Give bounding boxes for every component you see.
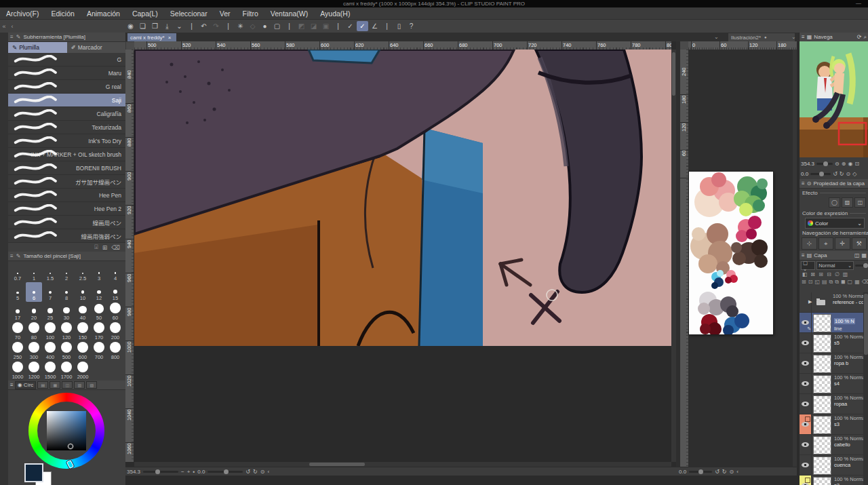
reference-layer-icon[interactable]: ∅ (834, 271, 840, 277)
brush-size-cell[interactable]: 2.5 (75, 263, 91, 282)
menu-item[interactable]: Capa(L) (126, 9, 164, 18)
new-canvas-icon[interactable]: ❏ (137, 21, 149, 31)
brush-size-cell[interactable]: 15 (107, 282, 123, 302)
tab-list-chevron-icon[interactable]: ⌄ (791, 34, 796, 40)
tab-color-set-icon[interactable]: ▦ (50, 381, 60, 389)
minimize-button[interactable]: — (856, 0, 861, 6)
brush-list-item[interactable]: 線画用強弱ペン (8, 229, 125, 243)
panel-menu-icon[interactable]: ≡ (10, 253, 14, 259)
brush-list-item[interactable]: BORENII BRUSH (8, 161, 125, 175)
brush-size-cell[interactable]: 300 (26, 341, 42, 361)
reset-rotation-icon[interactable]: ⊙ (846, 171, 851, 177)
brush-size-cell[interactable]: 17 (9, 302, 26, 322)
collapse-bar-icon[interactable]: ‹ (267, 469, 269, 475)
tab-color-history-icon[interactable]: ▨ (86, 381, 97, 389)
panel-menu-icon[interactable]: ≡ (10, 382, 14, 388)
zoom-out-icon[interactable]: − (181, 469, 184, 475)
new-folder-icon[interactable]: ◱ (814, 279, 820, 286)
brush-size-cell[interactable]: 170 (91, 322, 107, 341)
opacity-slider[interactable] (855, 265, 867, 267)
ruler-layer-icon[interactable]: ▥ (842, 271, 848, 277)
menu-item[interactable]: Seleccionar (164, 9, 214, 18)
layer-thumbnail[interactable]: ▶ (813, 334, 831, 353)
undo-icon[interactable]: ↶ (198, 21, 210, 31)
lock-layer-icon[interactable]: ⊠ (810, 271, 816, 277)
rotation-slider[interactable] (689, 471, 712, 473)
brush-list-item[interactable]: G real (8, 80, 125, 94)
separator[interactable]: | (381, 21, 393, 31)
main-canvas-artwork[interactable] (134, 50, 671, 346)
brush-size-cell[interactable]: 2 (58, 263, 75, 282)
select-area-icon[interactable]: ◩ (296, 21, 307, 31)
layer-visibility-toggle[interactable]: ✎ (800, 313, 812, 332)
actual-size-icon[interactable]: ◉ (848, 161, 852, 167)
reset-rotation-icon[interactable]: ⊙ (730, 469, 734, 475)
zoom-in-icon[interactable]: + (187, 469, 191, 475)
brush-size-cell[interactable]: 250 (9, 341, 26, 361)
combine-layer-icon[interactable]: ⧉ (829, 279, 833, 286)
navigator-header[interactable]: ≡ ▦ Navega ⟳ ⌕ (800, 33, 868, 42)
deselect-icon[interactable]: ◪ (308, 21, 319, 31)
new-raster-layer-icon[interactable]: ⊞ (802, 279, 806, 286)
rotate-right-icon[interactable]: ↻ (253, 469, 258, 475)
separator[interactable]: | (332, 21, 344, 31)
brush-size-cell[interactable]: 1000 (9, 361, 26, 381)
brush-size-cell[interactable]: 4 (107, 263, 123, 282)
reset-rotation-icon[interactable]: ⊙ (260, 469, 265, 475)
tab-intermediate-color-icon[interactable]: ◫ (62, 381, 73, 389)
palette-document-canvas[interactable] (689, 172, 773, 334)
transform-icon[interactable]: ✳ (235, 21, 246, 31)
brush-size-cell[interactable]: 12 (91, 282, 107, 302)
layer-thumbnail[interactable]: ▶ (813, 457, 831, 475)
fit-view-icon[interactable]: ▪ (193, 469, 195, 475)
brush-size-cell[interactable]: 600 (75, 341, 91, 361)
close-tab-icon[interactable]: × (168, 35, 172, 41)
menu-item[interactable]: Ayuda(H) (314, 9, 356, 18)
tab-plumilla[interactable]: ✎ Plumilla (8, 42, 67, 53)
object-tool-icon[interactable]: ⌖ (818, 237, 834, 250)
zoom-out-icon[interactable]: ⊖ (835, 161, 840, 167)
layer-thumbnail[interactable]: ▶ (813, 294, 830, 311)
zoom-in-icon[interactable]: ⊕ (842, 161, 846, 167)
tab-approx-color-icon[interactable]: ▥ (74, 381, 85, 389)
import-subtool-icon[interactable]: ⍗ (94, 244, 98, 251)
brush-size-cell[interactable]: 20 (26, 302, 42, 322)
brush-size-cell[interactable]: 700 (91, 341, 107, 361)
layer-list-scrollbar[interactable] (863, 292, 868, 485)
refresh-icon[interactable]: ⟳ (857, 34, 862, 40)
brush-list-item[interactable]: Hee Pen 2 (8, 202, 125, 216)
brush-size-cell[interactable]: 800 (107, 341, 123, 361)
snap-ruler-icon[interactable]: ✓ (344, 21, 356, 31)
menu-item[interactable]: Edición (45, 9, 80, 18)
brush-size-cell[interactable]: 0.7 (9, 263, 26, 282)
brush-size-cell[interactable]: 150 (75, 322, 91, 341)
vertical-scrollbar[interactable] (671, 50, 676, 462)
collapse-left-icon[interactable]: « (0, 23, 8, 30)
layer-property-header[interactable]: ≡ ⊙ Propiedad de la capa (800, 179, 868, 189)
brush-size-cell[interactable]: 5 (9, 282, 26, 302)
flip-view-icon[interactable]: ◇ (852, 171, 856, 177)
brush-size-cell[interactable]: 1 (26, 263, 42, 282)
layer-row[interactable]: ✎ ▶ 100 % Normal s4 (800, 374, 868, 394)
layer-row[interactable]: ✎ ▶ 100 % Normal s3 (800, 414, 868, 435)
panel-menu-icon[interactable]: ≡ (802, 180, 805, 187)
brush-size-panel-header[interactable]: ≡ ✎ Tamaño del pincel [Saji] (8, 252, 125, 261)
collapsed-tool-sidebar[interactable] (0, 33, 8, 485)
clip-to-layer-icon[interactable]: ◧ (802, 271, 808, 277)
doc2-vertical-scrollbar[interactable] (793, 50, 797, 467)
brush-list-item[interactable]: 線画用ペン (8, 216, 125, 229)
menu-item[interactable]: Ventana(W) (264, 9, 314, 18)
separator[interactable]: | (222, 21, 234, 31)
correct-line-tool-icon[interactable]: ⚒ (852, 237, 867, 250)
tab-ilustracion2[interactable]: Ilustración2* ● (728, 33, 795, 41)
layer-visibility-toggle[interactable]: ✎ (800, 394, 812, 414)
brush-size-cell[interactable]: 1700 (58, 361, 75, 381)
layer-thumbnail[interactable]: ▶ (813, 355, 831, 373)
operate-tool-icon[interactable]: ⊹ (802, 237, 817, 250)
brush-list-item[interactable]: Maru (8, 66, 125, 80)
fit-screen-icon[interactable]: ⊡ (854, 161, 859, 167)
brush-size-cell[interactable]: 50 (91, 302, 107, 322)
brush-size-cell[interactable]: 40 (75, 302, 91, 322)
scroll-left-icon[interactable]: ‹ (8, 23, 16, 30)
nav-zoom-slider[interactable] (816, 163, 833, 165)
